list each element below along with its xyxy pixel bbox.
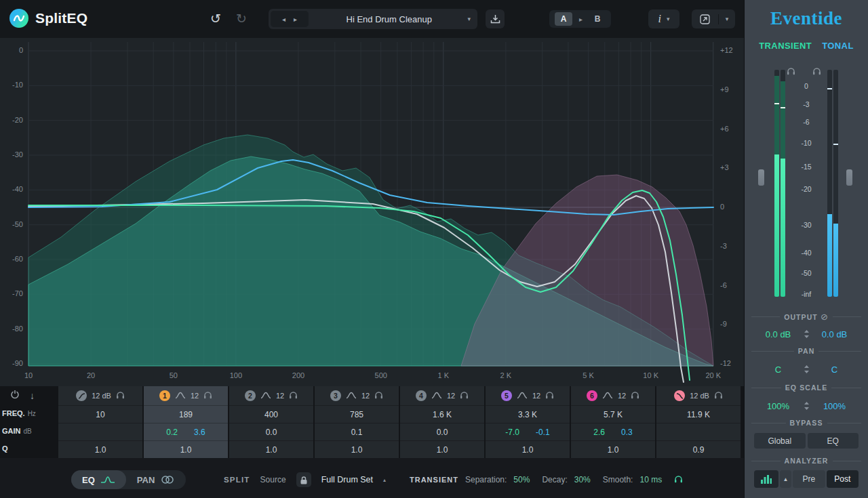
band-header[interactable]: 12 dB <box>656 386 741 405</box>
band-range-value[interactable]: 12 <box>447 392 455 400</box>
band-gain-cell[interactable]: 0.0 <box>229 423 313 440</box>
band-freq-cell[interactable]: 10 <box>58 405 142 423</box>
band-column-6[interactable]: 6 12 5.7 K 2.60.3 1.0 <box>571 386 655 458</box>
bypass-eq-button[interactable]: EQ <box>808 433 859 449</box>
save-preset-button[interactable] <box>486 9 505 28</box>
band-gain-transient[interactable]: 0.2 <box>166 428 178 437</box>
preset-selector[interactable]: ◂ ▸ Hi End Drum Cleanup ▾ <box>269 9 477 29</box>
band-badge[interactable]: 2 <box>245 390 256 401</box>
eq-scale-tonal-value[interactable]: 100% <box>810 401 859 411</box>
band-gain-cell[interactable]: 0.1 <box>315 423 399 440</box>
output-transient-value[interactable]: 0.0 dB <box>754 329 802 339</box>
ui-scale-caret-icon[interactable]: ▾ <box>719 16 735 22</box>
info-button[interactable]: i ▾ <box>648 9 679 28</box>
band-gain-cell[interactable] <box>656 423 741 440</box>
band-column-3[interactable]: 3 12 785 0.1 1.0 <box>315 386 399 458</box>
band-q-cell[interactable]: 1.0 <box>486 440 570 458</box>
tab-tonal[interactable]: TONAL <box>822 41 854 51</box>
eq-graph[interactable] <box>0 38 744 386</box>
band-header[interactable]: 2 12 <box>229 386 313 405</box>
band-solo-headphone-icon[interactable] <box>714 390 723 402</box>
tab-transient[interactable]: TRANSIENT <box>759 41 812 51</box>
band-range-value[interactable]: 12 <box>191 392 199 400</box>
band-gain-value[interactable]: 0.1 <box>351 428 363 437</box>
band-solo-headphone-icon[interactable] <box>460 390 469 402</box>
band-badge[interactable]: 1 <box>159 390 170 401</box>
band-gain-tonal[interactable]: -0.1 <box>536 428 550 437</box>
band-column-2[interactable]: 2 12 400 0.0 1.0 <box>229 386 313 458</box>
source-caret-icon[interactable]: ▴ <box>383 477 386 483</box>
band-range-value[interactable]: 12 <box>361 392 370 400</box>
band-gain-cell[interactable]: 2.60.3 <box>571 423 655 440</box>
ab-copy-icon[interactable]: ▸ <box>579 16 583 23</box>
band-q-cell[interactable]: 1.0 <box>229 440 313 458</box>
band-header[interactable]: 5 12 <box>486 386 570 405</box>
pan-transient-value[interactable]: C <box>754 365 802 375</box>
output-tonal-value[interactable]: 0.0 dB <box>810 329 859 339</box>
band-freq-cell[interactable]: 11.9 K <box>656 405 741 423</box>
ui-scale-button[interactable]: ▾ <box>692 9 735 28</box>
band-gain-tonal[interactable]: 0.3 <box>621 428 633 437</box>
band-badge[interactable]: 5 <box>501 390 512 401</box>
band-column-1[interactable]: 1 12 189 0.23.6 1.0 <box>144 386 228 458</box>
band-range-value[interactable]: 12 <box>276 392 284 400</box>
band-gain-transient[interactable]: -7.0 <box>505 428 519 437</box>
band-badge[interactable] <box>674 390 685 401</box>
bypass-global-button[interactable]: Global <box>754 433 806 449</box>
band-solo-headphone-icon[interactable] <box>545 390 554 402</box>
analyzer-toggle-button[interactable] <box>754 470 778 488</box>
band-solo-headphone-icon[interactable] <box>116 390 125 402</box>
band-range-value[interactable]: 12 <box>532 392 540 400</box>
band-solo-headphone-icon[interactable] <box>631 390 639 402</box>
polarity-button[interactable]: ⊘ <box>821 312 829 322</box>
eq-scale-link-stepper[interactable] <box>802 401 810 411</box>
ab-a-button[interactable]: A <box>555 12 572 26</box>
band-freq-cell[interactable]: 5.7 K <box>571 405 655 423</box>
smooth-value[interactable]: 10 ms <box>639 475 662 484</box>
preset-next-button[interactable]: ▸ <box>294 16 297 23</box>
source-value[interactable]: Full Drum Set <box>321 475 373 484</box>
band-range-value[interactable]: 12 dB <box>92 392 111 400</box>
band-freq-cell[interactable]: 1.6 K <box>400 405 484 423</box>
band-range-value[interactable]: 12 <box>618 392 626 400</box>
band-range-value[interactable]: 12 dB <box>690 392 709 400</box>
band-badge[interactable]: 3 <box>330 390 341 401</box>
band-gain-cell[interactable]: 0.23.6 <box>144 423 228 440</box>
band-badge[interactable]: 4 <box>416 390 427 401</box>
band-q-cell[interactable]: 1.0 <box>58 440 142 458</box>
band-gain-cell[interactable]: -7.0-0.1 <box>486 423 570 440</box>
preset-caret-icon[interactable]: ▾ <box>467 16 477 22</box>
resize-icon[interactable] <box>692 14 719 24</box>
pan-tonal-value[interactable]: C <box>810 365 859 375</box>
band-gain-cell[interactable] <box>58 423 142 440</box>
band-header[interactable]: 1 12 <box>144 386 228 405</box>
band-q-cell[interactable]: 1.0 <box>144 440 228 458</box>
band-q-cell[interactable]: 0.9 <box>656 440 741 458</box>
ab-b-button[interactable]: B <box>589 14 606 24</box>
band-column-highpass[interactable]: 12 dB 10 1.0 <box>58 386 142 458</box>
band-badge[interactable]: 6 <box>587 390 597 401</box>
band-header[interactable]: 6 12 <box>571 386 655 405</box>
analyzer-post-button[interactable]: Post <box>827 470 859 488</box>
analyzer-pre-button[interactable]: Pre <box>793 470 825 488</box>
band-solo-headphone-icon[interactable] <box>374 390 383 402</box>
band-freq-cell[interactable]: 785 <box>315 405 399 423</box>
band-q-cell[interactable]: 1.0 <box>400 440 484 458</box>
pan-link-stepper[interactable] <box>802 365 810 374</box>
band-q-cell[interactable]: 1.0 <box>315 440 399 458</box>
redo-button[interactable]: ↻ <box>236 12 247 26</box>
band-freq-cell[interactable]: 3.3 K <box>486 405 570 423</box>
band-freq-cell[interactable]: 189 <box>144 405 228 423</box>
decay-value[interactable]: 30% <box>574 475 591 484</box>
band-header[interactable]: 4 12 <box>400 386 484 405</box>
band-gain-transient[interactable]: 2.6 <box>593 428 605 437</box>
eq-scale-transient-value[interactable]: 100% <box>754 401 802 411</box>
band-column-4[interactable]: 4 12 1.6 K 0.0 1.0 <box>400 386 484 458</box>
band-badge[interactable] <box>76 390 87 401</box>
output-link-stepper[interactable] <box>802 329 810 339</box>
band-gain-value[interactable]: 0.0 <box>437 428 448 437</box>
band-gain-value[interactable]: 0.0 <box>266 428 277 437</box>
band-freq-cell[interactable]: 400 <box>229 405 313 423</box>
collapse-bands-icon[interactable]: ↓ <box>30 390 35 401</box>
source-lock-button[interactable] <box>296 472 311 487</box>
